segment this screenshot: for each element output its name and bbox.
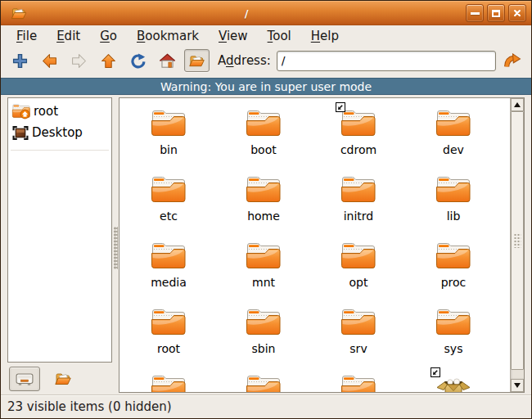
file-label: bin: [160, 143, 178, 156]
drive-icon: [16, 372, 34, 386]
home-button[interactable]: [155, 49, 180, 72]
close-button[interactable]: [508, 4, 526, 22]
minimize-button[interactable]: [466, 4, 484, 22]
file-item[interactable]: sys: [406, 305, 501, 372]
go-button[interactable]: [500, 49, 525, 72]
file-item[interactable]: root: [121, 305, 216, 372]
folder-icon: [340, 241, 377, 272]
minimize-icon: [471, 12, 480, 15]
file-icon-wrap: [340, 174, 377, 205]
arrow-right-icon: [71, 53, 87, 69]
file-item[interactable]: [216, 372, 311, 392]
back-button[interactable]: [37, 49, 62, 72]
file-item[interactable]: proc: [406, 239, 501, 305]
file-item[interactable]: boot: [216, 106, 311, 173]
file-item[interactable]: cdrom: [311, 106, 406, 173]
maximize-icon: [492, 10, 500, 17]
folder-icon: [435, 307, 472, 338]
folder-icon: [340, 108, 377, 139]
file-item[interactable]: mnt: [216, 239, 311, 305]
title-bar: /: [1, 1, 531, 25]
folder-icon: [340, 373, 377, 392]
new-tab-button[interactable]: [7, 49, 33, 72]
sidebar-item-root[interactable]: root: [10, 101, 110, 122]
file-item[interactable]: srv: [311, 305, 406, 372]
file-icon-wrap: [435, 373, 472, 392]
sidebar-item-label: root: [34, 104, 58, 119]
file-item[interactable]: bin: [121, 106, 216, 173]
scroll-down-button[interactable]: [511, 379, 524, 392]
file-item[interactable]: etc: [121, 173, 216, 239]
file-item[interactable]: media: [121, 239, 216, 305]
directory-tree-pane-button[interactable]: [47, 367, 79, 391]
file-view-frame: bin boot: [119, 97, 525, 393]
triangle-down-icon: [514, 383, 521, 388]
file-item[interactable]: initrd: [311, 173, 406, 239]
file-label: etc: [160, 210, 178, 223]
file-label: media: [151, 276, 187, 289]
file-item[interactable]: home: [216, 173, 311, 239]
window-folder-open-icon: [11, 7, 27, 20]
menu-help[interactable]: Help: [301, 26, 349, 46]
file-item[interactable]: dev: [406, 106, 501, 173]
file-label: home: [247, 210, 280, 223]
scrollbar-thumb[interactable]: [511, 111, 524, 370]
scroll-up-button[interactable]: [511, 98, 524, 111]
file-icon-wrap: [340, 241, 377, 272]
side-pane-toggle-button[interactable]: [184, 49, 210, 72]
file-label: cdrom: [340, 143, 376, 156]
file-label: sbin: [252, 342, 276, 355]
file-label: lib: [447, 210, 461, 223]
up-button[interactable]: [96, 49, 121, 72]
folder-open-icon: [189, 53, 205, 69]
folder-icon: [340, 174, 377, 205]
file-label: initrd: [344, 210, 374, 223]
window-controls: [466, 4, 526, 22]
file-icon-wrap: [435, 108, 472, 139]
file-item[interactable]: [311, 372, 406, 392]
warning-text: Warning: You are in super user mode: [160, 80, 372, 93]
plus-icon: [12, 53, 28, 69]
desktop-icon: [11, 125, 29, 141]
file-item[interactable]: lib: [406, 173, 501, 239]
sidebar-item-desktop[interactable]: Desktop: [10, 122, 110, 143]
scrollbar-track[interactable]: [511, 111, 524, 379]
file-item[interactable]: sbin: [216, 305, 311, 372]
file-label: boot: [250, 143, 277, 156]
file-label: srv: [349, 342, 367, 355]
forward-button[interactable]: [66, 49, 92, 72]
menu-tool[interactable]: Tool: [258, 26, 301, 46]
jump-arrow-icon: [504, 53, 521, 69]
status-bar: 23 visible items (0 hidden): [1, 394, 531, 418]
address-input[interactable]: [277, 51, 496, 71]
toolbar: Address:: [1, 47, 531, 74]
address-label: Address:: [218, 53, 271, 68]
folder-icon: [245, 373, 282, 392]
refresh-button[interactable]: [125, 49, 151, 72]
folder-icon: [245, 174, 282, 205]
file-item[interactable]: [121, 372, 216, 392]
file-icon-view: bin boot: [119, 98, 510, 392]
sidebar-item-label: Desktop: [32, 125, 83, 140]
folder-icon: [435, 241, 472, 272]
symlink-emblem-icon: [431, 367, 440, 377]
triangle-up-icon: [514, 102, 521, 107]
places-pane-button[interactable]: [9, 367, 40, 391]
folder-icon: [150, 241, 187, 272]
menu-bar: File Edit Go Bookmark View Tool Help: [1, 25, 531, 47]
file-icon-wrap: [245, 241, 282, 272]
content-area: root Desktop: [1, 95, 531, 394]
menu-edit[interactable]: Edit: [47, 26, 90, 46]
menu-bookmark[interactable]: Bookmark: [127, 26, 209, 46]
folder-icon: [150, 373, 187, 392]
menu-go[interactable]: Go: [90, 26, 127, 46]
pane-splitter[interactable]: [112, 97, 119, 393]
file-icon-wrap: [150, 174, 187, 205]
file-item[interactable]: opt: [311, 239, 406, 305]
file-item[interactable]: [406, 372, 501, 392]
maximize-button[interactable]: [487, 4, 505, 22]
folder-open-icon: [54, 372, 72, 386]
menu-file[interactable]: File: [7, 26, 47, 46]
status-text: 23 visible items (0 hidden): [7, 399, 172, 414]
menu-view[interactable]: View: [209, 26, 258, 46]
